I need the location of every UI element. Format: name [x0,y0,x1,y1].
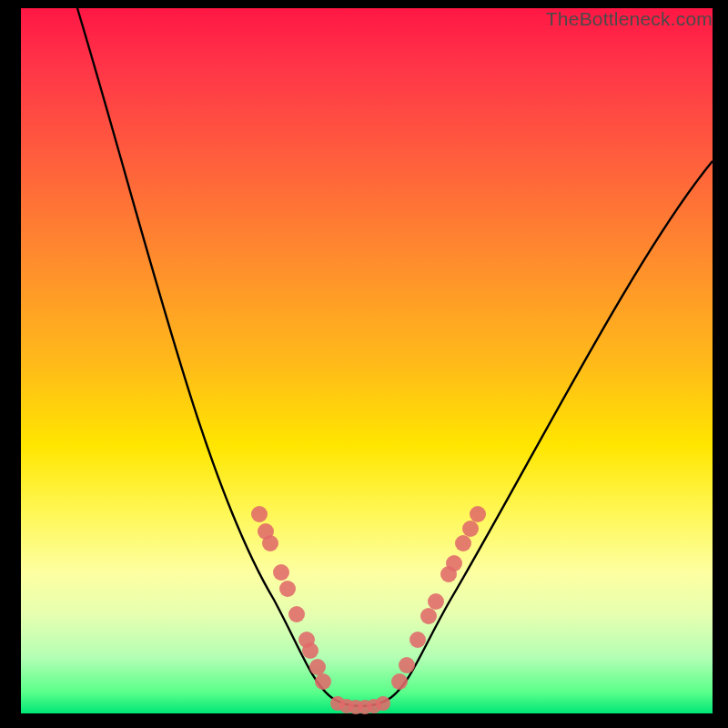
data-point [315,673,331,690]
data-point [251,506,268,522]
data-point [309,659,326,675]
bottom-dots-group [330,696,390,714]
data-point [462,521,479,537]
left-dots-group [251,506,331,690]
data-point [262,535,278,551]
data-point [288,606,305,622]
data-point [302,642,318,659]
bottleneck-curve-svg [21,8,713,713]
data-point [455,535,471,551]
data-point [273,564,289,581]
data-point [420,608,437,624]
data-point [376,696,390,711]
data-point [399,657,415,673]
data-point [410,632,426,648]
chart-frame: TheBottleneck.com [0,0,728,728]
plot-area [21,8,713,713]
data-point [470,506,486,522]
data-point [446,555,462,571]
right-dots-group [391,506,486,690]
data-point [279,581,296,597]
v-curve [77,8,713,706]
data-point [428,593,444,610]
data-point [391,673,408,690]
